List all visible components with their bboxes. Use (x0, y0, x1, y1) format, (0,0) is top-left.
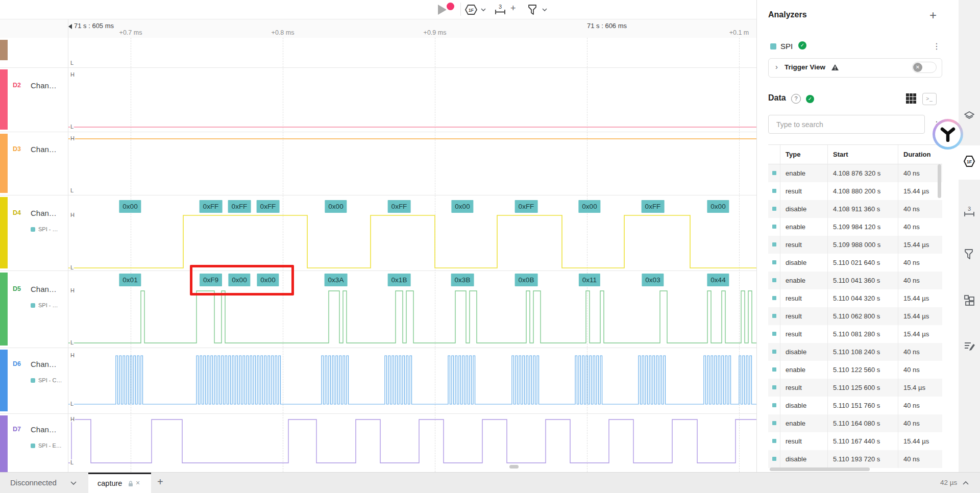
capture-duration[interactable]: 42 µs (940, 479, 957, 486)
time-tick-label: 71 s : 606 ms (587, 22, 627, 30)
spi-byte-annotation[interactable]: 0x00 (119, 200, 141, 213)
channel-label-D6[interactable]: Chan… (31, 360, 57, 368)
spi-byte-annotation[interactable]: 0xFF (515, 200, 538, 213)
column-header-start[interactable]: Start (827, 145, 898, 164)
cell-start: 5.110 041 360 s (827, 272, 898, 289)
add-measurement-button[interactable]: + (510, 3, 516, 14)
cell-start: 5.110 151 760 s (827, 397, 898, 414)
help-icon[interactable]: ? (791, 94, 801, 104)
spi-byte-annotation[interactable]: 0xFF (388, 200, 411, 213)
analyzer-row-spi[interactable]: SPI ✓ ⋮ (757, 40, 959, 55)
protocol-display-button[interactable]: 1F (464, 4, 488, 16)
trigger-menu-button[interactable] (527, 4, 549, 16)
level-marker: L (70, 401, 74, 407)
table-row[interactable]: result5.109 988 000 s15.44 µs (768, 236, 942, 254)
channel-label-D2[interactable]: Chan… (31, 81, 57, 90)
panel-divider (68, 19, 68, 472)
spi-byte-annotation[interactable]: 0xFF (257, 200, 280, 213)
run-button[interactable] (436, 3, 457, 17)
level-marker: H (70, 71, 75, 78)
connection-status[interactable]: Disconnected (10, 478, 57, 487)
table-row[interactable]: disable5.110 108 240 s40 ns (768, 343, 942, 361)
waveform-viewport[interactable]: 0x000xFF0xFF0xFF0x000xFF0x000xFF0x000xFF… (68, 38, 756, 472)
measurements-button[interactable]: 3 (494, 3, 509, 16)
teal-swatch-icon (772, 350, 776, 354)
channel-label-D4[interactable]: Chan… (31, 209, 57, 217)
layers-icon[interactable] (963, 110, 975, 122)
column-header-duration[interactable]: Duration (898, 145, 942, 164)
cell-duration: 40 ns (898, 254, 942, 272)
channel-label-D7[interactable]: Chan… (31, 425, 57, 434)
table-row[interactable]: disable4.108 911 360 s40 ns (768, 200, 942, 218)
spi-byte-annotation[interactable]: 0x00 (451, 200, 473, 213)
channel-label-D5[interactable]: Chan… (31, 285, 57, 293)
table-vertical-scrollbar-thumb[interactable] (938, 164, 941, 198)
table-row[interactable]: enable4.108 876 320 s40 ns (768, 164, 942, 182)
notes-icon[interactable] (963, 340, 975, 352)
table-horizontal-scrollbar-thumb[interactable] (770, 467, 870, 471)
table-row[interactable]: disable5.110 021 640 s40 ns (768, 254, 942, 272)
table-row[interactable]: enable5.110 122 560 s40 ns (768, 361, 942, 379)
cell-start: 4.108 876 320 s (827, 164, 898, 182)
spi-byte-annotation[interactable]: 0x0B (515, 274, 538, 286)
waveform-canvas[interactable] (68, 38, 756, 472)
spi-byte-annotation[interactable]: 0x03 (642, 274, 664, 286)
add-analyzer-button[interactable]: + (929, 10, 937, 20)
spi-byte-annotation[interactable]: 0x00 (578, 200, 600, 213)
capture-tab[interactable]: capture × (88, 473, 151, 493)
spi-byte-annotation[interactable]: 0x1B (388, 274, 411, 286)
table-view-icon[interactable] (905, 92, 917, 105)
spi-byte-annotation[interactable]: 0x3B (451, 274, 474, 286)
cell-start: 5.110 108 240 s (827, 343, 898, 361)
timeline-ruler[interactable]: 71 s : 605 ms +0.7 ms+0.8 ms+0.9 ms71 s … (0, 19, 756, 38)
table-row[interactable]: result5.110 081 280 s15.44 µs (768, 325, 942, 343)
terminal-icon[interactable]: >_ (922, 93, 937, 105)
table-row[interactable]: result4.108 880 200 s15.44 µs (768, 182, 942, 200)
data-search-box[interactable] (768, 115, 925, 134)
table-row[interactable]: enable5.110 041 360 s40 ns (768, 272, 942, 289)
new-tab-button[interactable]: + (157, 476, 163, 488)
table-row[interactable]: enable5.109 984 120 s40 ns (768, 218, 942, 236)
assistant-logo[interactable] (933, 119, 963, 150)
column-header-type[interactable]: Type (780, 145, 827, 164)
table-row[interactable]: disable5.110 151 760 s40 ns (768, 397, 942, 414)
table-row[interactable]: result5.110 167 440 s15.44 µs (768, 432, 942, 450)
kebab-menu-icon[interactable]: ⋮ (933, 41, 941, 51)
search-input[interactable] (775, 120, 920, 129)
trigger-view-toggle[interactable]: ✕ (912, 62, 937, 73)
level-marker: H (70, 287, 75, 293)
table-row[interactable]: result5.110 062 800 s15.44 µs (768, 307, 942, 325)
spi-byte-annotation[interactable]: 0xFF (228, 200, 251, 213)
cell-duration: 15.44 µs (898, 289, 942, 307)
table-row[interactable]: enable5.110 164 080 s40 ns (768, 414, 942, 432)
chevron-up-icon[interactable] (963, 481, 969, 485)
chevron-down-icon[interactable] (70, 481, 77, 485)
chevron-right-icon[interactable]: › (775, 62, 778, 71)
protocol-1f-rail-icon[interactable]: 1F (963, 155, 975, 167)
cell-duration: 15.44 µs (898, 182, 942, 200)
spi-byte-annotation[interactable]: 0xFF (200, 200, 223, 213)
spi-byte-annotation[interactable]: 0x00 (325, 200, 347, 213)
table-row[interactable]: disable5.110 193 720 s40 ns (768, 450, 942, 468)
time-tick-label: +0.9 ms (424, 29, 447, 36)
measure-rail-icon[interactable]: 3 (963, 205, 975, 218)
trigger-flag-rail-icon[interactable] (963, 248, 974, 260)
analyzer-swatch-D7 (31, 443, 35, 448)
cell-type: result (780, 432, 827, 450)
cell-type: result (780, 379, 827, 397)
spi-byte-annotation[interactable]: 0x3A (325, 274, 348, 286)
level-marker: L (70, 264, 74, 270)
cell-start: 5.110 125 600 s (827, 379, 898, 397)
trigger-view-row[interactable]: › Trigger View ✕ (768, 58, 942, 78)
spi-byte-annotation[interactable]: 0x44 (707, 274, 729, 286)
spi-byte-annotation[interactable]: 0xFF (642, 200, 665, 213)
channel-label-D3[interactable]: Chan… (31, 145, 57, 154)
spi-byte-annotation[interactable]: 0x11 (579, 274, 600, 286)
table-row[interactable]: result5.110 125 600 s15.4 µs (768, 379, 942, 397)
cell-type: disable (780, 254, 827, 272)
spi-byte-annotation[interactable]: 0x01 (119, 274, 141, 286)
close-tab-icon[interactable]: × (136, 479, 140, 487)
extensions-icon[interactable] (963, 294, 975, 306)
table-row[interactable]: result5.110 044 320 s15.44 µs (768, 289, 942, 307)
spi-byte-annotation[interactable]: 0x00 (707, 200, 729, 213)
